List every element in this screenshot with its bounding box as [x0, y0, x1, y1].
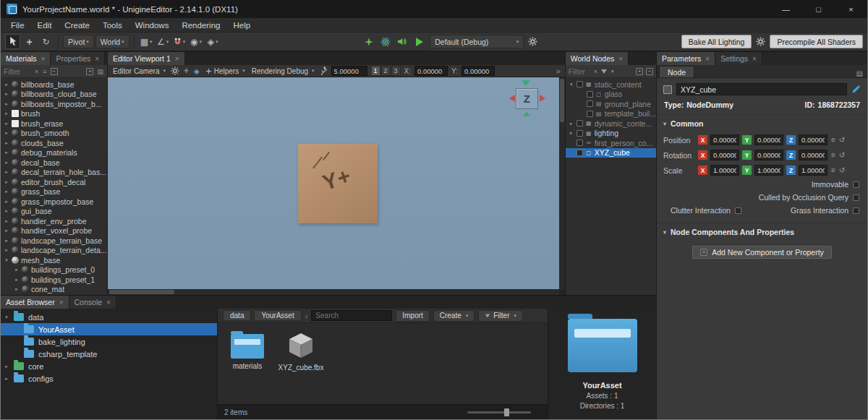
grid-snap-button[interactable]: ▦ — [139, 34, 154, 49]
surface-snap-button[interactable]: ◈ — [205, 34, 221, 49]
viewport-tab[interactable]: Editor Viewport 1 × — [108, 52, 185, 65]
material-item[interactable]: debug_materials — [1, 148, 107, 158]
angle-snap-button[interactable]: ∠ — [156, 34, 171, 49]
expand-arrow-icon[interactable] — [4, 140, 9, 146]
move-tool-button[interactable]: + — [22, 34, 37, 49]
expand-arrow-icon[interactable] — [4, 121, 9, 127]
rendering-debug-dropdown[interactable]: Rendering Debug — [250, 66, 316, 77]
expand-arrow-icon[interactable] — [4, 199, 9, 205]
create-dropdown-button[interactable]: Create — [433, 310, 475, 322]
material-item[interactable]: decal_base — [1, 158, 107, 168]
breadcrumb-item[interactable]: data — [223, 310, 251, 321]
expand-arrow-icon[interactable] — [4, 160, 9, 166]
material-item[interactable]: buildings_preset_0 — [1, 265, 107, 275]
sound-toggle-button[interactable] — [394, 34, 409, 49]
expand-arrow-icon[interactable] — [4, 218, 9, 224]
list-view-icon[interactable]: ≡ — [42, 68, 47, 75]
tab-close-icon[interactable]: × — [59, 299, 64, 307]
z-value-input[interactable] — [799, 134, 827, 145]
node-tree-item[interactable]: ▤ template_buil... — [566, 109, 656, 119]
panel-tab[interactable]: Parameters × — [657, 52, 715, 65]
value-menu-icon[interactable]: ≡ — [831, 136, 835, 144]
expand-arrow-icon[interactable] — [4, 376, 9, 382]
node-tree-item[interactable]: ◻ XYZ_cube — [566, 148, 656, 158]
play-button[interactable] — [416, 38, 423, 46]
material-item[interactable]: landscape_terrain_deta... — [1, 246, 107, 256]
node-tree-item[interactable]: ▦ static_content — [566, 80, 656, 90]
menu-item[interactable]: Create — [58, 20, 96, 31]
precompile-all-shaders-button[interactable]: Precompile All Shaders — [770, 35, 863, 48]
tab-close-icon[interactable]: × — [752, 55, 757, 63]
folder-tree-item[interactable]: csharp_template — [1, 348, 217, 360]
folder-tree-item[interactable]: bake_lighting — [1, 335, 217, 348]
speed-preset-button[interactable]: 3 — [391, 66, 401, 76]
add-material-icon[interactable]: + — [86, 68, 93, 75]
folder-tree-item[interactable]: data — [1, 311, 217, 323]
expand-arrow-icon[interactable] — [14, 286, 20, 292]
scrollbar-thumb[interactable] — [560, 79, 564, 122]
tab-close-icon[interactable]: × — [41, 55, 46, 63]
expand-arrow-icon[interactable] — [4, 257, 9, 263]
material-item[interactable]: brush_smooth — [1, 129, 107, 139]
bake-all-lighting-button[interactable]: Bake All Lighting — [681, 35, 752, 48]
y-value-input[interactable] — [754, 134, 783, 145]
expand-arrow-icon[interactable] — [4, 91, 9, 97]
node-enabled-checkbox[interactable] — [587, 100, 593, 107]
add-component-button[interactable]: + Add New Component or Property — [692, 246, 832, 259]
nodes-filter-input[interactable] — [569, 67, 590, 76]
folder-tree-item[interactable]: core — [1, 360, 217, 372]
components-section-header[interactable]: Node Components And Properties — [657, 223, 867, 241]
gizmo-down-arrow-icon[interactable] — [523, 111, 530, 116]
node-enabled-checkbox[interactable] — [576, 81, 583, 87]
node-tree-item[interactable]: ▦ dynamic_conte... — [566, 119, 656, 129]
filter-dropdown-button[interactable]: Filter — [478, 310, 523, 322]
value-menu-icon[interactable]: ≡ — [831, 166, 835, 174]
close-button[interactable]: × — [835, 0, 867, 18]
helpers-dropdown[interactable]: Helpers — [204, 66, 247, 77]
folder-tree-item[interactable]: YourAsset — [1, 323, 217, 335]
camera-speed-input[interactable] — [331, 66, 367, 76]
edit-name-icon[interactable] — [851, 85, 861, 94]
bake-settings-button[interactable] — [753, 34, 768, 49]
materials-filter-input[interactable] — [4, 67, 31, 76]
material-item[interactable]: handler_voxel_probe — [1, 226, 107, 236]
slider-thumb[interactable] — [504, 408, 509, 416]
node-tree-item[interactable]: ▦ lighting — [566, 129, 656, 139]
menu-item[interactable]: Tools — [96, 20, 129, 31]
toolbar-overflow-icon[interactable]: » — [556, 67, 561, 75]
node-tree-item[interactable]: ∞ first_person_co... — [566, 138, 656, 148]
expand-arrow-icon[interactable] — [569, 82, 574, 87]
value-menu-icon[interactable]: ≡ — [831, 151, 835, 159]
material-item[interactable]: grass_impostor_base — [1, 197, 107, 207]
scene-cube-object[interactable]: Y+ — [298, 144, 378, 223]
panel-tab[interactable]: Console × — [69, 296, 116, 309]
expand-arrow-icon[interactable] — [4, 111, 9, 116]
gizmo-up-arrow-icon[interactable] — [522, 80, 530, 86]
material-item[interactable]: cone_mat — [1, 285, 107, 295]
world-space-dropdown[interactable]: World — [95, 35, 129, 48]
panel-options-icon[interactable]: ▤ — [852, 69, 867, 77]
x-value-input[interactable] — [710, 134, 739, 145]
material-item[interactable]: buildings_preset_1 — [1, 275, 107, 285]
collapse-all-icon[interactable]: − — [51, 68, 58, 75]
material-item[interactable]: clouds_base — [1, 138, 107, 148]
menu-item[interactable]: Rendering — [175, 20, 226, 31]
speed-preset-button[interactable]: 1 — [371, 66, 380, 76]
clear-filter-icon[interactable]: × — [593, 68, 598, 75]
clear-filter-icon[interactable]: × — [34, 68, 39, 75]
world-nodes-tab[interactable]: World Nodes × — [566, 52, 629, 65]
culled-checkbox[interactable] — [853, 194, 859, 201]
material-item[interactable]: billboards_impostor_b... — [1, 99, 107, 109]
material-item[interactable]: brush — [1, 109, 107, 119]
material-item[interactable]: brush_erase — [1, 119, 107, 129]
menu-item[interactable]: Edit — [31, 20, 59, 31]
maximize-button[interactable]: □ — [802, 0, 835, 18]
node-enabled-checkbox[interactable] — [587, 111, 593, 117]
z-value-input[interactable] — [799, 150, 827, 160]
breadcrumb-item[interactable]: YourAsset — [254, 310, 301, 321]
expand-arrow-icon[interactable] — [4, 238, 9, 244]
rotate-tool-button[interactable]: ↻ — [38, 34, 54, 49]
tab-close-icon[interactable]: × — [705, 55, 710, 63]
gizmo-axis-cube[interactable]: Z — [516, 88, 538, 109]
gizmo-right-arrow-icon[interactable] — [540, 95, 545, 102]
